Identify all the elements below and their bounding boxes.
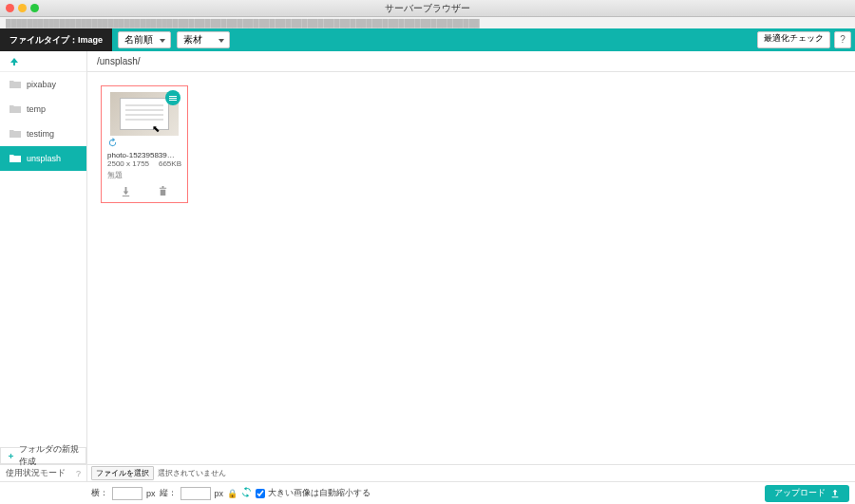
auto-shrink-label: 大きい画像は自動縮小する	[268, 487, 370, 499]
breadcrumb-path: /unsplash/	[97, 56, 141, 66]
filetype-label: ファイルタイプ：Image	[0, 28, 112, 51]
auto-shrink-checkbox[interactable]: 大きい画像は自動縮小する	[256, 487, 370, 499]
upload-label: アップロード	[774, 487, 826, 499]
sidebar-folder-pixabay[interactable]: pixabay	[0, 72, 86, 97]
file-size: 665KB	[159, 159, 181, 168]
usage-mode[interactable]: 使用状況モード ?	[0, 465, 87, 481]
window-title: サーバーブラウザー	[0, 2, 855, 15]
file-menu-button[interactable]	[165, 90, 180, 105]
mode-help-icon[interactable]: ?	[76, 469, 81, 478]
file-dimensions: 2500 x 1755	[107, 159, 149, 168]
plus-icon: ＋	[7, 450, 15, 462]
px-label: px	[215, 489, 224, 498]
width-label: 横：	[91, 487, 108, 499]
folder-label: temp	[27, 104, 46, 114]
address-bar: ████████████████████████████████████████…	[0, 17, 855, 28]
no-file-label: 選択されていません	[158, 468, 226, 478]
height-label: 縦：	[160, 487, 177, 499]
lock-icon[interactable]: 🔒	[227, 489, 238, 498]
folder-open-icon	[10, 154, 21, 163]
folder-icon	[10, 80, 21, 89]
px-label: px	[146, 489, 156, 498]
choose-file-button[interactable]: ファイルを選択	[91, 466, 154, 480]
download-icon[interactable]	[121, 186, 131, 196]
height-input[interactable]	[180, 487, 211, 500]
sidebar-folder-temp[interactable]: temp	[0, 97, 86, 121]
delete-icon[interactable]	[158, 186, 168, 196]
window-titlebar: サーバーブラウザー	[0, 0, 855, 17]
file-card[interactable]: ⬉ photo-152395839… 2500 x 1755 665KB 無題	[101, 85, 188, 203]
up-arrow-icon	[10, 57, 19, 66]
material-select-value: 素材	[183, 33, 202, 47]
breadcrumb: /unsplash/	[87, 51, 855, 72]
upload-icon	[830, 489, 840, 498]
folder-label: testimg	[27, 129, 54, 139]
folder-icon	[10, 104, 21, 114]
file-grid: ⬉ photo-152395839… 2500 x 1755 665KB 無題	[87, 72, 855, 464]
top-toolbar: ファイルタイプ：Image 名前順 素材 最適化チェック ?	[0, 28, 855, 51]
sort-select[interactable]: 名前順	[118, 31, 171, 48]
sidebar-folder-unsplash[interactable]: unsplash	[0, 146, 86, 171]
width-input[interactable]	[112, 487, 142, 500]
folder-sidebar: pixabay temp testimg unsplash ＋ フォルダの新規作…	[0, 51, 87, 464]
material-select[interactable]: 素材	[177, 31, 230, 48]
auto-shrink-input[interactable]	[256, 489, 265, 498]
new-folder-button[interactable]: ＋ フォルダの新規作成	[0, 447, 86, 464]
sidebar-folder-testimg[interactable]: testimg	[0, 121, 86, 146]
cursor-icon: ⬉	[152, 123, 160, 134]
go-up-button[interactable]	[0, 51, 86, 72]
sync-icon[interactable]	[241, 487, 252, 499]
folder-label: unsplash	[27, 154, 61, 163]
folder-label: pixabay	[27, 80, 56, 89]
help-button[interactable]: ?	[834, 31, 851, 48]
file-kind: 無題	[107, 170, 181, 180]
refresh-icon[interactable]	[107, 138, 118, 148]
folder-icon	[10, 129, 21, 139]
optimize-check-button[interactable]: 最適化チェック	[757, 31, 830, 48]
usage-mode-label: 使用状況モード	[6, 467, 66, 479]
upload-button[interactable]: アップロード	[765, 485, 849, 502]
sort-select-value: 名前順	[124, 33, 153, 47]
file-name: photo-152395839…	[107, 151, 181, 159]
